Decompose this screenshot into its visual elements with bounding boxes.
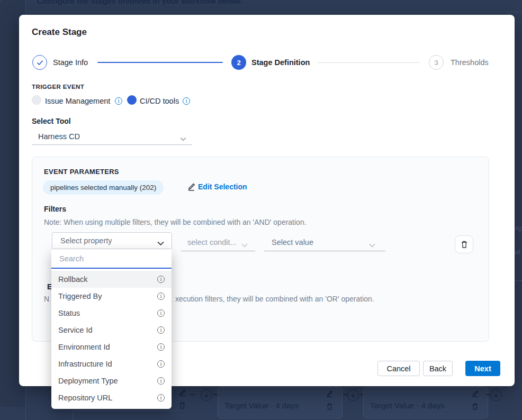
info-icon[interactable] xyxy=(157,326,165,334)
background-card-edge xyxy=(73,410,73,420)
step-label-stage-definition[interactable]: Stage Definition xyxy=(251,58,310,67)
property-select-placeholder: Select property xyxy=(60,236,112,245)
step-complete-icon[interactable] xyxy=(32,55,47,70)
execution-note-fragment: xecution filters, they will be combined … xyxy=(175,295,374,303)
background-card-edge xyxy=(73,410,178,411)
background-text-fragment: et xyxy=(515,248,520,256)
step-label-stage-info[interactable]: Stage Info xyxy=(53,58,88,67)
radio-cicd-tools[interactable] xyxy=(127,95,137,105)
back-button[interactable]: Back xyxy=(423,361,453,376)
add-stage-button xyxy=(490,389,502,401)
screen: Configure the stages involved in your wo… xyxy=(0,0,522,420)
property-option-status[interactable]: Status xyxy=(51,305,172,322)
execution-note-fragment: N xyxy=(44,295,49,303)
chevron-down-icon xyxy=(241,240,248,250)
condition-select-placeholder: select condit... xyxy=(187,238,237,246)
connector-dash xyxy=(213,394,218,395)
radio-label-issue-management[interactable]: Issue Management xyxy=(45,97,110,106)
trash-icon xyxy=(461,240,468,249)
radio-label-cicd-tools[interactable]: CI/CD tools xyxy=(140,97,179,106)
background-text-fragment: Ap xyxy=(515,224,522,232)
stage-card-label: Target Value - 4 days xyxy=(224,401,299,410)
select-tool-label: Select Tool xyxy=(32,117,71,125)
option-label: Rollback xyxy=(58,275,88,284)
property-option-environment-id[interactable]: Environment Id xyxy=(51,339,172,355)
trash-icon xyxy=(472,403,479,413)
dialog-title: Create Stage xyxy=(32,27,87,38)
option-label: Environment Id xyxy=(58,343,110,351)
tool-select-value: Harness CD xyxy=(38,132,80,141)
property-option-triggered-by[interactable]: Triggered By xyxy=(51,288,172,305)
edit-icon[interactable] xyxy=(187,182,195,193)
step-number-badge[interactable]: 2 xyxy=(231,55,246,70)
filters-heading: Filters xyxy=(44,205,66,213)
chevron-down-icon xyxy=(180,134,186,143)
info-icon[interactable] xyxy=(157,377,165,385)
property-option-deployment-type[interactable]: Deployment Type xyxy=(51,372,172,389)
property-option-list: Rollback Triggered By Status Service Id … xyxy=(51,269,172,406)
value-select[interactable]: Select value xyxy=(264,235,385,251)
info-icon[interactable] xyxy=(157,394,165,401)
info-icon[interactable] xyxy=(157,293,165,300)
info-icon[interactable] xyxy=(157,343,165,351)
connector-dash xyxy=(486,394,490,395)
edit-selection-link[interactable]: Edit Selection xyxy=(198,182,247,191)
background-stage-card: Target Value - 4 days xyxy=(363,387,488,418)
stage-card-label: Target Value - 4 days xyxy=(370,401,445,410)
event-parameters-heading: EVENT PARAMETERS xyxy=(44,168,119,176)
condition-select[interactable]: select condit... xyxy=(181,235,255,251)
trash-icon xyxy=(326,403,333,413)
next-button[interactable]: Next xyxy=(465,361,500,376)
chevron-down-icon xyxy=(157,239,164,248)
add-stage-button xyxy=(201,389,212,401)
tool-select[interactable]: Harness CD xyxy=(32,130,192,145)
edit-icon xyxy=(472,390,479,399)
edit-icon xyxy=(179,389,186,398)
property-option-infrastructure-id[interactable]: Infrastructure Id xyxy=(51,355,172,372)
option-label: Infrastructure Id xyxy=(58,360,112,368)
property-select[interactable]: Select property xyxy=(52,232,172,249)
chevron-down-icon xyxy=(369,240,375,250)
property-dropdown-menu: Rollback Triggered By Status Service Id … xyxy=(51,249,172,409)
cancel-button[interactable]: Cancel xyxy=(377,361,420,376)
value-select-placeholder: Select value xyxy=(272,238,313,246)
option-label: Status xyxy=(58,309,80,317)
info-icon[interactable] xyxy=(157,309,165,317)
info-icon[interactable] xyxy=(157,360,165,368)
step-number-badge[interactable]: 3 xyxy=(429,55,444,70)
background-divider-horizontal xyxy=(25,12,522,12)
option-label: Service Id xyxy=(58,326,92,334)
step-label-thresholds[interactable]: Thresholds xyxy=(451,58,489,67)
info-icon[interactable] xyxy=(157,276,165,283)
background-stage-card: Target Value - 4 days xyxy=(218,387,343,418)
property-option-service-id[interactable]: Service Id xyxy=(51,322,172,339)
connector-dash xyxy=(343,394,347,395)
info-icon[interactable] xyxy=(183,97,190,105)
add-stage-button xyxy=(347,389,359,401)
delete-filter-button[interactable] xyxy=(455,235,473,253)
option-label: Repository URL xyxy=(58,394,112,402)
check-icon xyxy=(37,60,43,66)
trash-icon xyxy=(179,401,186,412)
connector-dash xyxy=(191,394,195,395)
background-page-heading: Configure the stages involved in your wo… xyxy=(37,0,242,5)
stepper-connector xyxy=(318,62,420,63)
filters-note: Note: When using multiple filters, they … xyxy=(44,218,307,226)
radio-issue-management[interactable] xyxy=(32,95,41,105)
info-icon[interactable] xyxy=(115,97,122,105)
trigger-event-label: TRIGGER EVENT xyxy=(32,84,84,90)
search-input[interactable] xyxy=(51,249,172,269)
edit-icon xyxy=(326,390,333,399)
option-label: Triggered By xyxy=(58,292,102,300)
property-option-rollback[interactable]: Rollback xyxy=(51,271,172,288)
property-option-repository-url[interactable]: Repository URL xyxy=(51,389,172,406)
stepper-connector xyxy=(97,62,223,63)
background-dash-fragment xyxy=(515,280,522,281)
option-label: Deployment Type xyxy=(58,377,118,385)
selection-badge: pipelines selected manually (202) xyxy=(43,180,164,195)
